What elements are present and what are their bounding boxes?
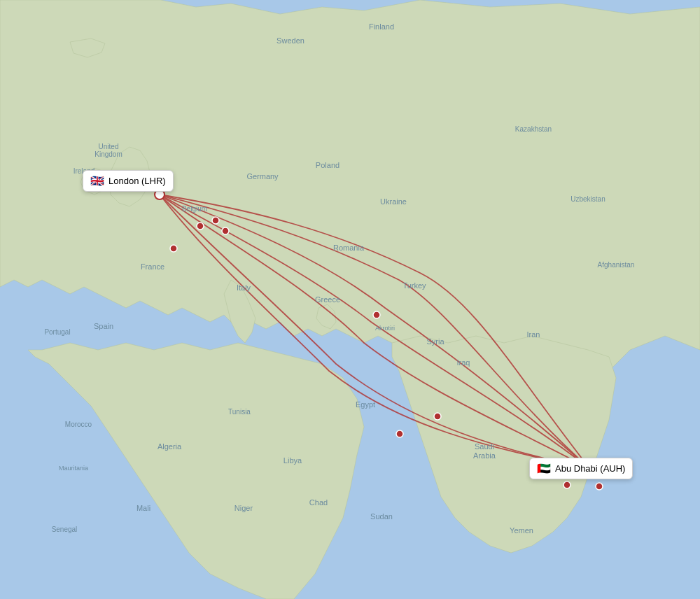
svg-text:France: France (141, 262, 164, 271)
svg-point-7 (434, 413, 441, 420)
london-label-text: London (LHR) (108, 176, 166, 186)
svg-text:Arabia: Arabia (473, 451, 496, 460)
svg-point-1 (197, 223, 204, 230)
svg-text:Greece: Greece (315, 295, 340, 304)
svg-point-8 (564, 481, 570, 488)
svg-text:Iran: Iran (527, 330, 540, 339)
svg-text:Akrotiri: Akrotiri (375, 325, 395, 332)
svg-text:Italy: Italy (237, 283, 251, 292)
svg-text:Belgium: Belgium (182, 205, 207, 213)
svg-text:Syria: Syria (426, 337, 444, 346)
svg-text:Iraq: Iraq (457, 358, 470, 367)
map-svg: Finland Sweden Ireland United Kingdom Fr… (0, 0, 700, 599)
svg-point-3 (222, 227, 229, 234)
svg-text:Turkey: Turkey (402, 281, 426, 290)
svg-point-9 (596, 483, 603, 490)
svg-text:Egypt: Egypt (356, 400, 375, 409)
svg-text:Ukraine: Ukraine (380, 197, 407, 206)
svg-text:Romania: Romania (333, 244, 365, 252)
svg-point-6 (396, 430, 403, 437)
svg-text:Kingdom: Kingdom (94, 150, 122, 158)
svg-text:Afghanistan: Afghanistan (598, 261, 635, 269)
svg-text:Niger: Niger (234, 504, 253, 512)
svg-text:Yemen: Yemen (510, 526, 533, 535)
abudhabi-label: 🇦🇪 Abu Dhabi (AUH) (529, 458, 633, 479)
svg-text:Poland: Poland (316, 161, 340, 169)
svg-text:Kazakhstan: Kazakhstan (515, 125, 552, 133)
svg-text:Algeria: Algeria (158, 442, 182, 451)
svg-point-5 (373, 311, 380, 318)
svg-text:Portugal: Portugal (44, 328, 70, 336)
svg-text:Senegal: Senegal (52, 526, 78, 533)
svg-text:Uzbekistan: Uzbekistan (570, 195, 605, 203)
svg-text:Sweden: Sweden (276, 36, 304, 45)
svg-text:Sudan: Sudan (370, 512, 393, 521)
uk-flag-icon: 🇬🇧 (90, 174, 104, 188)
map-container: Finland Sweden Ireland United Kingdom Fr… (0, 0, 700, 599)
svg-text:Tunisia: Tunisia (228, 408, 251, 416)
svg-text:Mali: Mali (136, 504, 150, 512)
svg-text:Saudi: Saudi (475, 442, 494, 451)
abudhabi-label-text: Abu Dhabi (AUH) (555, 463, 625, 474)
uae-flag-icon: 🇦🇪 (537, 462, 551, 475)
svg-point-4 (170, 245, 177, 252)
svg-point-2 (212, 217, 219, 224)
svg-text:Germany: Germany (246, 172, 279, 181)
svg-text:Finland: Finland (369, 22, 394, 31)
svg-text:Morocco: Morocco (65, 421, 92, 428)
svg-text:Libya: Libya (284, 456, 302, 465)
svg-text:United: United (99, 143, 119, 150)
svg-text:Mauritania: Mauritania (59, 465, 88, 472)
london-label: 🇬🇧 London (LHR) (83, 170, 174, 192)
svg-text:Spain: Spain (94, 322, 113, 330)
svg-text:Chad: Chad (309, 498, 328, 507)
